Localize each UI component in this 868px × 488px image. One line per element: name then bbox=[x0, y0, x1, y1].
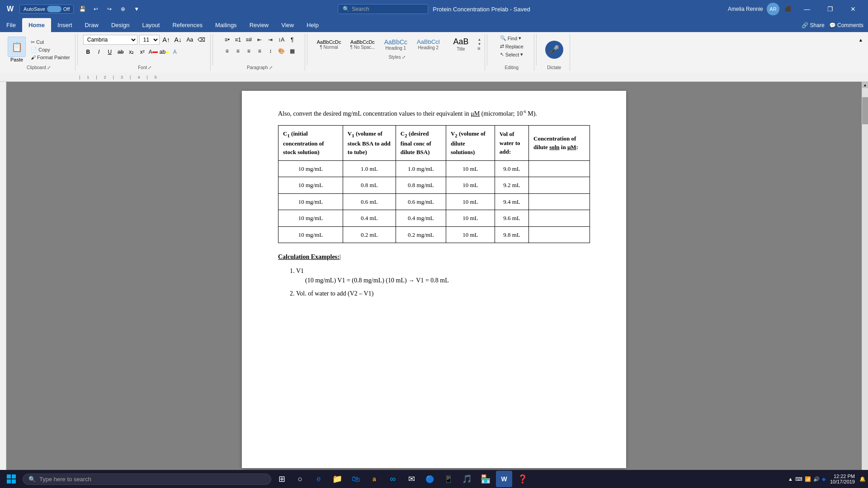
subscript-button[interactable]: x₂ bbox=[127, 47, 137, 57]
autosave-button[interactable]: AutoSave Off bbox=[19, 5, 74, 14]
shading-button[interactable]: 🎨 bbox=[276, 46, 286, 56]
find-button[interactable]: 🔍 Find ▾ bbox=[499, 35, 525, 42]
align-center-button[interactable]: ≡ bbox=[233, 46, 243, 56]
style-title[interactable]: AaB Title bbox=[445, 35, 476, 54]
sort-button[interactable]: ↕A bbox=[276, 35, 286, 45]
user-avatar[interactable]: AR bbox=[767, 3, 779, 15]
find-dropdown-icon[interactable]: ▾ bbox=[519, 35, 521, 41]
minimize-button[interactable]: — bbox=[797, 2, 817, 16]
infinity-icon[interactable]: ∞ bbox=[385, 471, 401, 487]
cut-button[interactable]: ✂ Cut bbox=[29, 39, 71, 46]
font-color-button[interactable]: A bbox=[148, 47, 158, 57]
line-spacing-button[interactable]: ↕ bbox=[265, 46, 275, 56]
superscript-button[interactable]: x² bbox=[137, 47, 147, 57]
title-search-box[interactable]: 🔍 Search bbox=[338, 4, 428, 14]
spotify-icon[interactable]: 🎵 bbox=[459, 471, 475, 487]
align-right-button[interactable]: ≡ bbox=[244, 46, 254, 56]
volume-icon[interactable]: 🔊 bbox=[813, 476, 820, 482]
increase-indent-button[interactable]: ⇥ bbox=[265, 35, 275, 45]
paragraph-expand-icon[interactable]: ⤢ bbox=[269, 65, 273, 70]
styles-scroll[interactable]: ▲ ▼ ⊞ bbox=[477, 38, 481, 51]
tab-references[interactable]: References bbox=[166, 18, 208, 32]
format-painter-button[interactable]: 🖌 Format Painter bbox=[29, 54, 71, 61]
close-button[interactable]: ✕ bbox=[843, 2, 863, 16]
change-case-button[interactable]: Aa bbox=[185, 35, 195, 45]
style-heading2[interactable]: AaBbCcl Heading 2 bbox=[412, 36, 444, 52]
autosave-info-button[interactable]: ⊕ bbox=[118, 4, 128, 14]
taskbar-search-box[interactable]: 🔍 Type here to search bbox=[23, 474, 271, 485]
autosave-toggle[interactable] bbox=[47, 6, 61, 12]
store-icon[interactable]: 🛍 bbox=[348, 471, 364, 487]
comments-button[interactable]: 💬 Comments bbox=[829, 22, 863, 28]
amazon-icon[interactable]: a bbox=[366, 471, 382, 487]
numbering-button[interactable]: ≡1 bbox=[233, 35, 243, 45]
tab-file[interactable]: File bbox=[0, 18, 22, 32]
cortana-button[interactable]: ○ bbox=[292, 471, 308, 487]
copy-button[interactable]: 📄 Copy bbox=[29, 47, 71, 53]
grow-font-button[interactable]: A↑ bbox=[161, 35, 171, 45]
style-normal[interactable]: AaBbCcDc ¶ Normal bbox=[313, 37, 345, 52]
style-no-space[interactable]: AaBbCcDc ¶ No Spac... bbox=[346, 37, 379, 52]
font-size-select[interactable]: 11 bbox=[139, 35, 160, 45]
clipboard-expand-icon[interactable]: ⤢ bbox=[47, 65, 51, 70]
select-dropdown-icon[interactable]: ▾ bbox=[520, 52, 523, 57]
borders-button[interactable]: ▦ bbox=[287, 46, 297, 56]
scroll-up-button[interactable]: ▲ bbox=[862, 82, 868, 88]
word-taskbar-icon[interactable]: W bbox=[496, 471, 512, 487]
justify-button[interactable]: ≡ bbox=[255, 46, 264, 56]
store-icon2[interactable]: 🏪 bbox=[477, 471, 494, 487]
restore-button[interactable]: ❐ bbox=[820, 2, 840, 16]
text-effect-button[interactable]: A bbox=[170, 47, 180, 57]
ribbon-toggle-button[interactable]: ⬛ bbox=[783, 4, 793, 14]
chrome-icon[interactable]: 🔵 bbox=[422, 471, 438, 487]
file-explorer-icon[interactable]: 📁 bbox=[329, 471, 345, 487]
tab-home[interactable]: Home bbox=[22, 18, 51, 32]
shrink-font-button[interactable]: A↓ bbox=[173, 35, 183, 45]
show-hide-button[interactable]: ¶ bbox=[287, 35, 297, 45]
align-left-button[interactable]: ≡ bbox=[222, 46, 232, 56]
tab-view[interactable]: View bbox=[275, 18, 300, 32]
italic-button[interactable]: I bbox=[94, 47, 104, 57]
customize-button[interactable]: ▼ bbox=[132, 4, 142, 14]
highlight-button[interactable]: ab bbox=[159, 47, 169, 57]
tab-draw[interactable]: Draw bbox=[79, 18, 105, 32]
clear-format-button[interactable]: ⌫ bbox=[197, 35, 207, 45]
tab-insert[interactable]: Insert bbox=[51, 18, 79, 32]
underline-button[interactable]: U bbox=[105, 47, 115, 57]
select-button[interactable]: ↖ Select ▾ bbox=[499, 51, 525, 58]
dropbox-icon[interactable]: ◆ bbox=[822, 476, 826, 482]
right-scrollbar[interactable]: ▲ ▼ bbox=[862, 82, 868, 477]
multilevel-list-button[interactable]: ≡# bbox=[244, 35, 254, 45]
style-heading1[interactable]: AaBbCc Heading 1 bbox=[380, 36, 411, 53]
tab-help[interactable]: Help bbox=[300, 18, 325, 32]
scroll-thumb[interactable] bbox=[862, 97, 868, 124]
help-icon[interactable]: ❓ bbox=[514, 471, 531, 487]
whatsapp-icon[interactable]: 📱 bbox=[440, 471, 457, 487]
styles-expand-icon[interactable]: ⤢ bbox=[402, 55, 406, 60]
tab-layout[interactable]: Layout bbox=[136, 18, 166, 32]
system-time[interactable]: 12:22 PM 10/17/2019 bbox=[828, 474, 857, 484]
font-family-select[interactable]: Cambria bbox=[83, 35, 137, 45]
dictate-button[interactable]: 🎤 bbox=[545, 41, 563, 59]
collapse-ribbon-button[interactable]: ▲ bbox=[856, 35, 866, 45]
mail-icon[interactable]: ✉ bbox=[403, 471, 420, 487]
up-arrow-icon[interactable]: ▲ bbox=[788, 476, 793, 482]
decrease-indent-button[interactable]: ⇤ bbox=[255, 35, 264, 45]
share-button[interactable]: 🔗 Share bbox=[802, 22, 824, 28]
doc-scroll-area[interactable]: Also, convert the desired mg/mL concentr… bbox=[6, 82, 862, 477]
keyboard-icon[interactable]: ⌨ bbox=[795, 476, 802, 482]
tab-mailings[interactable]: Mailings bbox=[209, 18, 243, 32]
bullets-button[interactable]: ≡• bbox=[222, 35, 232, 45]
strikethrough-button[interactable]: ab bbox=[116, 47, 126, 57]
undo-button[interactable]: ↩ bbox=[91, 4, 101, 14]
start-button[interactable] bbox=[2, 470, 20, 488]
redo-button[interactable]: ↪ bbox=[104, 4, 114, 14]
notification-icon[interactable]: 🔔 bbox=[859, 476, 866, 482]
save-button[interactable]: 💾 bbox=[77, 4, 87, 14]
font-expand-icon[interactable]: ⤢ bbox=[148, 65, 151, 70]
tab-review[interactable]: Review bbox=[243, 18, 275, 32]
tab-design[interactable]: Design bbox=[105, 18, 136, 32]
network-icon[interactable]: 📶 bbox=[805, 476, 811, 482]
task-view-button[interactable]: ⊞ bbox=[274, 471, 290, 487]
bold-button[interactable]: B bbox=[83, 47, 93, 57]
